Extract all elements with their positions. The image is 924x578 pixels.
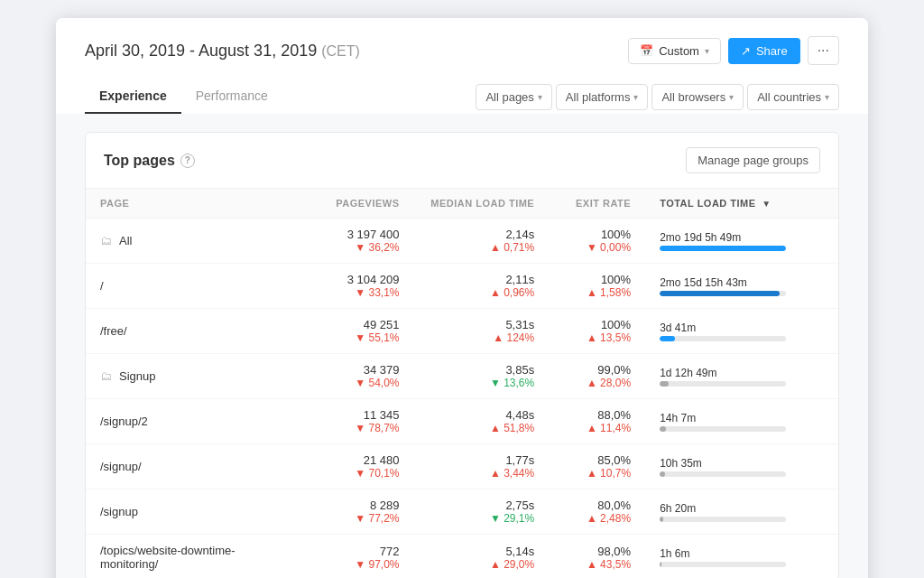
filter-platforms-label: All platforms: [566, 90, 631, 104]
load-time-change: ▼ 13,6%: [429, 377, 535, 389]
manage-page-groups-button[interactable]: Manage page groups: [686, 147, 820, 173]
chevron-browsers-icon: ▾: [729, 92, 734, 102]
total-load-label: 10h 35m: [660, 457, 824, 470]
cell-page: 🗂All: [86, 219, 298, 264]
page-name-text: /signup/2: [100, 415, 148, 428]
cell-exit-rate: 100% ▲ 13,5%: [549, 309, 645, 354]
bar-fill: [660, 381, 669, 387]
date-range-text: April 30, 2019 - August 31, 2019: [85, 42, 317, 60]
custom-button[interactable]: 📅 Custom ▾: [628, 38, 721, 64]
filter-countries-label: All countries: [757, 90, 821, 104]
share-button[interactable]: ↗ Share: [728, 38, 800, 64]
load-time-value: 2,11s: [429, 273, 535, 286]
exit-rate-change: ▲ 2,48%: [563, 512, 631, 525]
cell-total-load: 10h 35m: [645, 444, 838, 489]
pageviews-change: ▼ 55,1%: [312, 331, 399, 344]
more-button[interactable]: ···: [808, 36, 839, 65]
bar-fill: [660, 246, 786, 251]
load-time-change: ▲ 29,0%: [429, 558, 535, 571]
table-row[interactable]: /topics/website-downtime-monitoring/772 …: [86, 535, 838, 579]
load-time-change: ▲ 0,96%: [429, 286, 535, 299]
pageviews-change: ▼ 78,7%: [312, 422, 399, 434]
top-pages-table: PAGE PAGEVIEWS MEDIAN LOAD TIME EXIT RAT…: [86, 189, 838, 578]
pageviews-value: 3 104 209: [312, 273, 399, 286]
cell-load-time: 3,85s ▼ 13,6%: [414, 354, 550, 399]
pageviews-change: ▼ 70,1%: [312, 467, 399, 480]
cell-pageviews: 11 345 ▼ 78,7%: [298, 399, 413, 444]
load-time-value: 2,75s: [429, 499, 535, 512]
ellipsis-icon: ···: [818, 42, 829, 58]
exit-rate-change: ▲ 11,4%: [563, 422, 631, 434]
total-load-label: 2mo 15d 15h 43m: [660, 276, 824, 289]
table-row[interactable]: /signup/211 345 ▼ 78,7%4,48s ▲ 51,8%88,0…: [86, 399, 838, 444]
pageviews-value: 8 289: [312, 499, 399, 512]
chevron-pages-icon: ▾: [538, 92, 542, 102]
load-time-value: 4,48s: [429, 408, 535, 422]
bar-fill: [660, 517, 663, 522]
cell-page: /signup/2: [86, 399, 298, 444]
load-time-value: 2,14s: [429, 228, 535, 241]
table-row[interactable]: 🗂Signup34 379 ▼ 54,0%3,85s ▼ 13,6%99,0% …: [86, 354, 838, 399]
card-title: Top pages ?: [104, 153, 195, 169]
tab-performance[interactable]: Performance: [181, 79, 282, 114]
bar-track: [660, 291, 786, 296]
cell-page: /signup/: [86, 444, 298, 489]
exit-rate-value: 80,0%: [563, 499, 631, 512]
exit-rate-change: ▼ 0,00%: [563, 241, 631, 254]
table-row[interactable]: 🗂All3 197 400 ▼ 36,2%2,14s ▲ 0,71%100% ▼…: [86, 219, 838, 264]
filter-platforms[interactable]: All platforms ▾: [556, 84, 649, 110]
cell-load-time: 5,14s ▲ 29,0%: [414, 535, 550, 579]
filter-browsers-label: All browsers: [661, 90, 725, 104]
exit-rate-value: 98,0%: [563, 545, 631, 558]
col-header-total-load[interactable]: TOTAL LOAD TIME ▼: [645, 189, 838, 219]
total-load-label: 6h 20m: [660, 502, 824, 515]
cell-exit-rate: 80,0% ▲ 2,48%: [549, 489, 645, 535]
bar-track: [660, 471, 786, 477]
cell-page: /: [86, 264, 298, 309]
exit-rate-change: ▲ 43,5%: [563, 558, 631, 571]
custom-label: Custom: [659, 44, 699, 58]
cell-load-time: 4,48s ▲ 51,8%: [414, 399, 550, 444]
cell-page: 🗂Signup: [86, 354, 298, 399]
exit-rate-value: 99,0%: [563, 363, 631, 377]
page-name-text: /free/: [100, 324, 127, 338]
page-name-text: /topics/website-downtime-monitoring/: [100, 544, 283, 571]
pageviews-value: 3 197 400: [312, 228, 399, 241]
total-load-label: 2mo 19d 5h 49m: [660, 231, 824, 244]
exit-rate-value: 88,0%: [563, 408, 631, 422]
cell-load-time: 1,77s ▲ 3,44%: [414, 444, 550, 489]
page-name-text: Signup: [119, 369, 155, 383]
cell-page: /signup: [86, 489, 298, 535]
header-actions: 📅 Custom ▾ ↗ Share ···: [628, 36, 839, 65]
bar-track: [660, 381, 786, 387]
cell-pageviews: 3 104 209 ▼ 33,1%: [298, 264, 413, 309]
main-window: April 30, 2019 - August 31, 2019 (CET) 📅…: [56, 18, 868, 578]
cell-total-load: 6h 20m: [645, 489, 838, 535]
cell-total-load: 3d 41m: [645, 309, 838, 354]
table-header: PAGE PAGEVIEWS MEDIAN LOAD TIME EXIT RAT…: [86, 189, 838, 219]
tab-experience[interactable]: Experience: [85, 79, 181, 114]
info-icon[interactable]: ?: [180, 154, 195, 168]
total-load-label: 1d 12h 49m: [660, 367, 824, 379]
exit-rate-value: 100%: [563, 228, 631, 241]
main-content: Top pages ? Manage page groups PAGE PAGE…: [56, 114, 868, 578]
cell-pageviews: 772 ▼ 97,0%: [298, 535, 413, 579]
pageviews-change: ▼ 54,0%: [312, 377, 399, 389]
pageviews-change: ▼ 77,2%: [312, 512, 399, 525]
filter-countries[interactable]: All countries ▾: [747, 84, 839, 110]
col-header-pageviews: PAGEVIEWS: [298, 189, 413, 219]
filter-browsers[interactable]: All browsers ▾: [651, 84, 744, 110]
pageviews-change: ▼ 33,1%: [312, 286, 399, 299]
exit-rate-change: ▲ 28,0%: [563, 377, 631, 389]
bar-track: [660, 336, 786, 341]
table-row[interactable]: /signup8 289 ▼ 77,2%2,75s ▼ 29,1%80,0% ▲…: [86, 489, 838, 535]
table-row[interactable]: /3 104 209 ▼ 33,1%2,11s ▲ 0,96%100% ▲ 1,…: [86, 264, 838, 309]
table-row[interactable]: /signup/21 480 ▼ 70,1%1,77s ▲ 3,44%85,0%…: [86, 444, 838, 489]
cell-total-load: 1d 12h 49m: [645, 354, 838, 399]
cell-page: /topics/website-downtime-monitoring/: [86, 535, 298, 579]
bar-fill: [660, 336, 675, 341]
cell-exit-rate: 98,0% ▲ 43,5%: [549, 535, 645, 579]
page-name-text: All: [119, 234, 132, 247]
filter-pages[interactable]: All pages ▾: [476, 84, 551, 110]
table-row[interactable]: /free/49 251 ▼ 55,1%5,31s ▲ 124%100% ▲ 1…: [86, 309, 838, 354]
